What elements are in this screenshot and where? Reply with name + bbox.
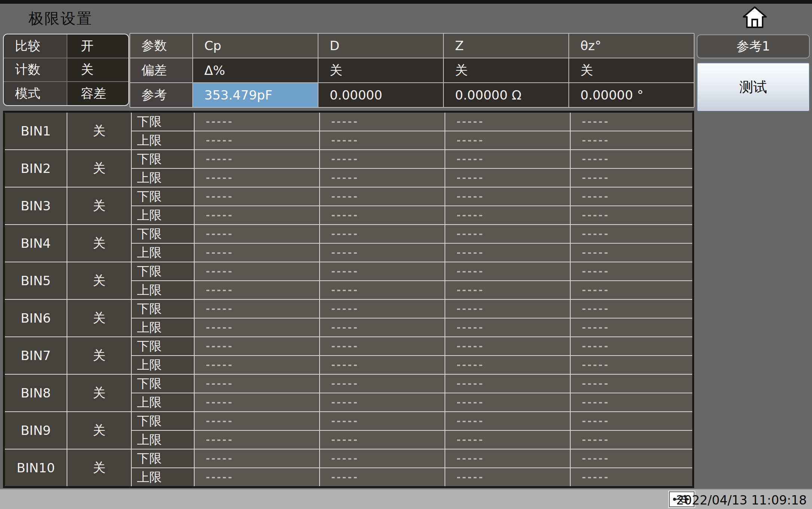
- upper-limit-z-cell[interactable]: -----: [445, 356, 570, 374]
- lower-limit-d-cell[interactable]: -----: [320, 262, 445, 280]
- upper-limit-cp-cell[interactable]: -----: [195, 131, 319, 149]
- lower-limit-z-cell[interactable]: -----: [445, 188, 570, 205]
- upper-limit-cp-cell[interactable]: -----: [195, 468, 319, 486]
- upper-limit-d-cell[interactable]: -----: [320, 281, 445, 299]
- upper-limit-z-cell[interactable]: -----: [445, 169, 570, 187]
- lower-limit-cp-cell[interactable]: -----: [195, 337, 319, 355]
- param-theta-cell[interactable]: θz°: [569, 34, 694, 58]
- lower-limit-theta-cell[interactable]: -----: [571, 113, 692, 131]
- lower-limit-d-cell[interactable]: -----: [320, 300, 445, 318]
- bin-status-cell[interactable]: 关: [67, 412, 131, 449]
- mode-value[interactable]: 容差: [67, 82, 128, 105]
- param-d-cell[interactable]: D: [318, 34, 443, 58]
- upper-limit-d-cell[interactable]: -----: [320, 169, 445, 187]
- upper-limit-z-cell[interactable]: -----: [445, 318, 570, 336]
- upper-limit-cp-cell[interactable]: -----: [195, 244, 319, 262]
- lower-limit-d-cell[interactable]: -----: [320, 225, 445, 243]
- lower-limit-d-cell[interactable]: -----: [320, 449, 445, 467]
- upper-limit-theta-cell[interactable]: -----: [571, 468, 692, 486]
- deviation-z-cell[interactable]: 关: [444, 58, 568, 82]
- upper-limit-d-cell[interactable]: -----: [320, 131, 445, 149]
- upper-limit-cp-cell[interactable]: -----: [195, 393, 319, 411]
- param-z-cell[interactable]: Z: [444, 34, 568, 58]
- lower-limit-theta-cell[interactable]: -----: [571, 449, 692, 467]
- upper-limit-theta-cell[interactable]: -----: [571, 393, 692, 411]
- reference-z-cell[interactable]: 0.00000 Ω: [444, 83, 568, 107]
- lower-limit-z-cell[interactable]: -----: [445, 225, 570, 243]
- upper-limit-theta-cell[interactable]: -----: [571, 169, 692, 187]
- lower-limit-d-cell[interactable]: -----: [320, 188, 445, 205]
- upper-limit-d-cell[interactable]: -----: [320, 468, 445, 486]
- lower-limit-theta-cell[interactable]: -----: [571, 262, 692, 280]
- upper-limit-d-cell[interactable]: -----: [320, 393, 445, 411]
- deviation-cp-cell[interactable]: Δ%: [193, 58, 318, 82]
- lower-limit-cp-cell[interactable]: -----: [195, 262, 319, 280]
- lower-limit-z-cell[interactable]: -----: [445, 375, 570, 393]
- bin-status-cell[interactable]: 关: [67, 150, 131, 187]
- lower-limit-theta-cell[interactable]: -----: [571, 375, 692, 393]
- test-button[interactable]: 测试: [697, 63, 810, 112]
- lower-limit-z-cell[interactable]: -----: [445, 113, 570, 131]
- upper-limit-d-cell[interactable]: -----: [320, 206, 445, 224]
- bin-status-cell[interactable]: 关: [67, 225, 131, 262]
- lower-limit-cp-cell[interactable]: -----: [195, 375, 319, 393]
- upper-limit-z-cell[interactable]: -----: [445, 131, 570, 149]
- upper-limit-cp-cell[interactable]: -----: [195, 169, 319, 187]
- home-icon[interactable]: [742, 6, 767, 28]
- upper-limit-theta-cell[interactable]: -----: [571, 281, 692, 299]
- param-cp-cell[interactable]: Cp: [193, 34, 318, 58]
- deviation-d-cell[interactable]: 关: [318, 58, 443, 82]
- upper-limit-theta-cell[interactable]: -----: [571, 244, 692, 262]
- lower-limit-theta-cell[interactable]: -----: [571, 412, 692, 430]
- lower-limit-theta-cell[interactable]: -----: [571, 337, 692, 355]
- upper-limit-theta-cell[interactable]: -----: [571, 131, 692, 149]
- lower-limit-d-cell[interactable]: -----: [320, 150, 445, 168]
- lower-limit-theta-cell[interactable]: -----: [571, 300, 692, 318]
- upper-limit-d-cell[interactable]: -----: [320, 244, 445, 262]
- lower-limit-cp-cell[interactable]: -----: [195, 412, 319, 430]
- upper-limit-z-cell[interactable]: -----: [445, 431, 570, 449]
- lower-limit-cp-cell[interactable]: -----: [195, 188, 319, 205]
- lower-limit-d-cell[interactable]: -----: [320, 412, 445, 430]
- upper-limit-d-cell[interactable]: -----: [320, 356, 445, 374]
- upper-limit-z-cell[interactable]: -----: [445, 206, 570, 224]
- lower-limit-z-cell[interactable]: -----: [445, 449, 570, 467]
- upper-limit-theta-cell[interactable]: -----: [571, 431, 692, 449]
- lower-limit-theta-cell[interactable]: -----: [571, 150, 692, 168]
- lower-limit-d-cell[interactable]: -----: [320, 337, 445, 355]
- upper-limit-theta-cell[interactable]: -----: [571, 318, 692, 336]
- upper-limit-z-cell[interactable]: -----: [445, 281, 570, 299]
- upper-limit-d-cell[interactable]: -----: [320, 431, 445, 449]
- lower-limit-cp-cell[interactable]: -----: [195, 150, 319, 168]
- reference-d-cell[interactable]: 0.00000: [318, 83, 443, 107]
- lower-limit-cp-cell[interactable]: -----: [195, 113, 319, 131]
- upper-limit-z-cell[interactable]: -----: [445, 393, 570, 411]
- compare-value[interactable]: 开: [67, 34, 128, 58]
- reference-cp-cell-selected[interactable]: 353.479pF: [193, 83, 318, 107]
- bin-status-cell[interactable]: 关: [67, 375, 131, 411]
- bin-status-cell[interactable]: 关: [67, 113, 131, 149]
- count-value[interactable]: 关: [67, 58, 128, 82]
- bin-status-cell[interactable]: 关: [67, 337, 131, 374]
- bin-status-cell[interactable]: 关: [67, 188, 131, 224]
- upper-limit-theta-cell[interactable]: -----: [571, 206, 692, 224]
- lower-limit-theta-cell[interactable]: -----: [571, 225, 692, 243]
- deviation-theta-cell[interactable]: 关: [569, 58, 694, 82]
- lower-limit-d-cell[interactable]: -----: [320, 113, 445, 131]
- upper-limit-cp-cell[interactable]: -----: [195, 318, 319, 336]
- lower-limit-d-cell[interactable]: -----: [320, 375, 445, 393]
- upper-limit-z-cell[interactable]: -----: [445, 468, 570, 486]
- bin-status-cell[interactable]: 关: [67, 449, 131, 486]
- upper-limit-cp-cell[interactable]: -----: [195, 431, 319, 449]
- lower-limit-cp-cell[interactable]: -----: [195, 300, 319, 318]
- lower-limit-z-cell[interactable]: -----: [445, 337, 570, 355]
- lower-limit-z-cell[interactable]: -----: [445, 300, 570, 318]
- reference-1-button[interactable]: 参考1: [697, 34, 810, 58]
- upper-limit-theta-cell[interactable]: -----: [571, 356, 692, 374]
- bin-status-cell[interactable]: 关: [67, 300, 131, 336]
- upper-limit-cp-cell[interactable]: -----: [195, 206, 319, 224]
- upper-limit-cp-cell[interactable]: -----: [195, 281, 319, 299]
- lower-limit-cp-cell[interactable]: -----: [195, 449, 319, 467]
- lower-limit-cp-cell[interactable]: -----: [195, 225, 319, 243]
- upper-limit-z-cell[interactable]: -----: [445, 244, 570, 262]
